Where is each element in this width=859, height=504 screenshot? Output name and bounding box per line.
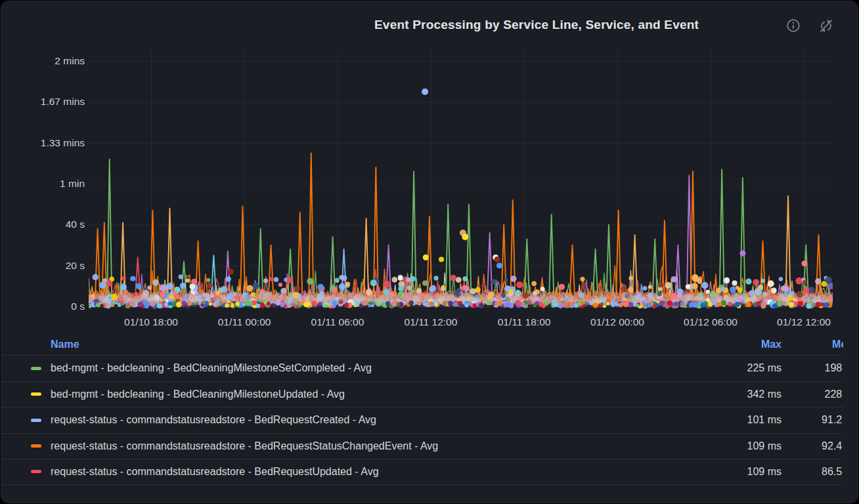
series-mean-value: 92.4 ms <box>782 440 843 452</box>
x-axis-tick-label: 01/11 18:00 <box>481 315 567 329</box>
y-axis-tick-label: 1.33 mins <box>1 136 85 150</box>
y-axis-tick-label: 1 min <box>1 177 85 191</box>
x-axis-tick-label: 01/12 00:00 <box>575 315 660 329</box>
series-color-swatch <box>31 444 41 448</box>
series-name: request-status - commandstatusreadstore … <box>51 466 691 478</box>
x-axis-tick-label: 01/11 12:00 <box>388 315 474 329</box>
legend-row[interactable]: request-status - commandstatusreadstore … <box>1 459 843 485</box>
series-color-swatch <box>31 367 41 370</box>
y-axis-tick-label: 1.67 mins <box>1 94 85 109</box>
series-name: bed-mgmt - bedcleaning - BedCleaningMile… <box>51 362 691 374</box>
legend-row[interactable]: request-status - commandstatusreadstore … <box>1 433 843 459</box>
time-series-chart[interactable] <box>89 51 833 311</box>
series-mean-value: 91.2 ms <box>782 414 843 426</box>
x-axis-tick-label: 01/10 18:00 <box>108 315 194 329</box>
legend-table: NameMaxMeanbed-mgmt - bedcleaning - BedC… <box>1 333 843 501</box>
y-axis-tick-label: 2 mins <box>1 54 85 68</box>
series-color-swatch <box>31 470 41 473</box>
y-axis-tick-label: 40 s <box>1 217 85 232</box>
series-name: request-status - commandstatusreadstore … <box>51 414 691 426</box>
legend-row[interactable]: bed-mgmt - bedcleaning - BedCleaningMile… <box>1 355 843 381</box>
x-axis-tick-label: 01/12 06:00 <box>668 315 753 329</box>
series-color-swatch <box>31 392 41 396</box>
series-max-value: 109 ms <box>691 440 782 452</box>
x-axis-tick-label: 01/11 06:00 <box>295 315 380 329</box>
legend-header-row: NameMaxMean <box>1 333 843 355</box>
series-max-value: 109 ms <box>691 466 782 478</box>
series-mean-value: 86.5 ms <box>782 466 843 478</box>
legend-header-mean[interactable]: Mean <box>782 339 843 350</box>
series-name: request-status - commandstatusreadstore … <box>51 440 691 452</box>
y-axis-tick-label: 20 s <box>1 259 85 273</box>
series-mean-value: 198 ms <box>782 362 843 374</box>
y-axis-tick-label: 0 s <box>1 299 85 314</box>
x-axis-tick-label: 01/12 12:00 <box>761 315 847 329</box>
series-max-value: 101 ms <box>691 414 782 426</box>
series-color-swatch <box>31 419 41 422</box>
legend-row[interactable]: request-status - commandstatusreadstore … <box>1 407 843 433</box>
series-name: bed-mgmt - bedcleaning - BedCleaningMile… <box>51 388 691 400</box>
legend-header-name[interactable]: Name <box>51 339 691 350</box>
series-mean-value: 228 ms <box>782 388 843 400</box>
legend-row[interactable]: bed-mgmt - bedcleaning - BedCleaningMile… <box>1 381 843 408</box>
grafana-panel: Event Processing by Service Line, Servic… <box>1 1 858 503</box>
series-max-value: 342 ms <box>691 388 782 400</box>
legend-header-max[interactable]: Max <box>691 339 782 350</box>
series-max-value: 225 ms <box>691 362 782 374</box>
x-axis-tick-label: 01/11 00:00 <box>202 315 287 329</box>
